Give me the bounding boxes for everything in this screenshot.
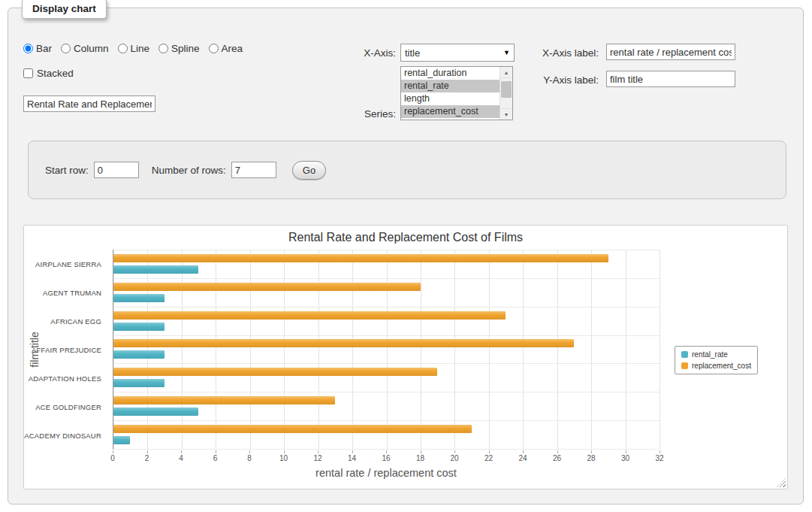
category-label: AGENT TRUMAN: [24, 278, 108, 307]
series-multiselect[interactable]: rental_duration rental_rate length repla…: [400, 66, 513, 120]
x-tick-mark: [284, 450, 285, 453]
radio-column[interactable]: [61, 44, 71, 53]
bar-group: [113, 307, 660, 335]
legend-swatch-icon: [681, 351, 688, 358]
display-chart-panel: Display chart Bar Column Line Spline Are…: [8, 8, 804, 504]
x-tick-mark: [523, 450, 524, 453]
chart-type-options: Bar Column Line Spline Area: [23, 43, 243, 54]
series-option-replacement-cost[interactable]: replacement_cost: [401, 105, 500, 118]
x-tick-label: 30: [621, 454, 629, 462]
radio-bar[interactable]: [23, 44, 33, 53]
bar-group: [113, 250, 660, 278]
radio-area-label: Area: [222, 43, 243, 54]
chart-type-option-column[interactable]: Column: [61, 43, 109, 54]
bar-replacement_cost: [113, 425, 472, 433]
radio-line[interactable]: [118, 44, 128, 53]
radio-spline-label: Spline: [171, 43, 200, 54]
x-tick-mark: [181, 450, 182, 453]
start-row-label: Start row:: [45, 165, 89, 176]
series-option-length[interactable]: length: [401, 92, 500, 105]
category-label: AFRICAN EGG: [24, 307, 108, 335]
x-tick-label: 0: [110, 454, 115, 462]
bar-group: [113, 335, 660, 364]
stacked-checkbox[interactable]: [23, 68, 33, 78]
chart-type-option-spline[interactable]: Spline: [158, 43, 200, 54]
bar-rental_rate: [113, 350, 165, 359]
go-button[interactable]: Go: [292, 161, 326, 180]
scrollbar-thumb[interactable]: [501, 81, 512, 98]
chart-type-option-line[interactable]: Line: [118, 43, 150, 54]
x-tick-label: 26: [553, 454, 561, 462]
bar-rental_rate: [113, 436, 130, 444]
x-tick-label: 14: [348, 454, 356, 462]
category-label: AIRPLANE SIERRA: [24, 250, 108, 278]
x-tick-label: 24: [518, 454, 527, 462]
x-tick-label: 2: [145, 454, 149, 462]
x-tick-mark: [352, 450, 353, 453]
x-tick-mark: [318, 450, 318, 453]
gridline-horizontal: [113, 449, 660, 450]
x-tick-mark: [113, 450, 113, 453]
category-label: AFFAIR PREJUDICE: [24, 335, 108, 364]
x-tick-label: 4: [179, 454, 183, 462]
x-tick-label: 16: [382, 454, 390, 462]
x-axis-label-field-label: X-Axis label:: [527, 47, 599, 59]
chart-container: Rental Rate and Replacement Cost of Film…: [23, 225, 788, 489]
x-tick-label: 10: [279, 454, 288, 462]
x-tick-mark: [249, 450, 250, 453]
series-scrollbar[interactable]: ▲ ▼: [500, 67, 512, 120]
bar-replacement_cost: [113, 368, 437, 376]
number-of-rows-label: Number of rows:: [152, 165, 226, 176]
bar-rental_rate: [113, 294, 165, 302]
x-tick-label: 20: [450, 454, 458, 462]
y-axis-label-input[interactable]: [606, 71, 735, 87]
plot-area: [113, 250, 660, 450]
scroll-down-icon[interactable]: ▼: [500, 108, 512, 120]
radio-column-label: Column: [74, 43, 109, 54]
legend-label: rental_rate: [692, 350, 728, 359]
start-row-input[interactable]: [94, 162, 139, 178]
stacked-option[interactable]: Stacked: [23, 68, 74, 79]
x-tick-label: 32: [655, 454, 663, 462]
bar-group: [113, 392, 660, 420]
series-option-rental-rate[interactable]: rental_rate: [401, 80, 500, 92]
x-tick-mark: [454, 450, 455, 453]
x-tick-mark: [557, 450, 558, 453]
x-axis-label-input[interactable]: [606, 44, 735, 60]
x-tick-label: 6: [213, 454, 218, 462]
bar-replacement_cost: [113, 339, 574, 347]
x-tick-mark: [591, 450, 592, 453]
number-of-rows-input[interactable]: [231, 162, 276, 178]
x-axis-select[interactable]: title ▼: [400, 44, 515, 62]
chart-type-option-bar[interactable]: Bar: [23, 43, 52, 54]
bar-rental_rate: [113, 265, 198, 274]
chart-resize-handle[interactable]: [777, 478, 786, 487]
legend-item[interactable]: replacement_cost: [681, 362, 751, 370]
x-tick-mark: [421, 450, 421, 453]
legend-item[interactable]: rental_rate: [681, 350, 751, 359]
bar-group: [113, 420, 660, 449]
x-axis-title: rental rate / replacement cost: [113, 467, 660, 479]
row-controls-panel: Start row: Number of rows: Go: [28, 141, 786, 199]
radio-area[interactable]: [209, 44, 219, 53]
scroll-up-icon[interactable]: ▲: [500, 67, 512, 78]
series-options: rental_duration rental_rate length repla…: [401, 67, 500, 120]
bar-replacement_cost: [113, 396, 335, 404]
legend-swatch-icon: [681, 362, 688, 369]
stacked-label: Stacked: [37, 68, 74, 79]
series-option-rental-duration[interactable]: rental_duration: [401, 67, 500, 80]
bar-group: [113, 278, 660, 307]
y-axis-label-field-label: Y-Axis label:: [527, 74, 599, 86]
radio-spline[interactable]: [158, 44, 168, 53]
x-tick-label: 22: [484, 454, 493, 462]
x-tick-mark: [489, 450, 490, 453]
chart-type-option-area[interactable]: Area: [209, 43, 243, 54]
legend-label: replacement_cost: [692, 362, 751, 370]
series-list-label: Series:: [324, 108, 396, 120]
bar-replacement_cost: [113, 283, 421, 291]
bar-group: [113, 363, 660, 392]
chart-title-input[interactable]: [23, 95, 155, 112]
x-tick-label: 28: [587, 454, 595, 462]
x-tick-labels: 02468101214161820222426283032: [113, 454, 660, 464]
x-tick-mark: [147, 450, 148, 453]
